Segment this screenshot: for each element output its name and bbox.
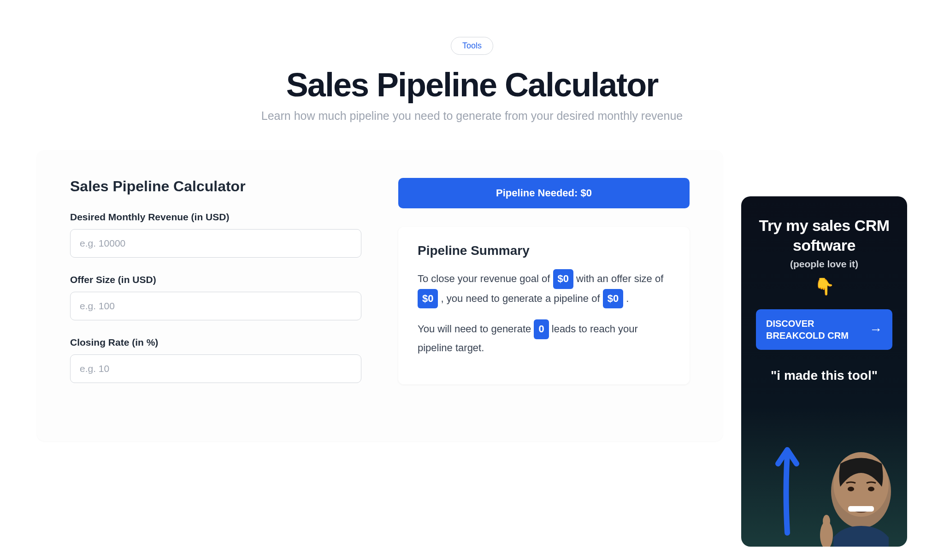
discover-button-label: DISCOVER BREAKCOLD CRM: [766, 318, 869, 342]
person-photo: [820, 445, 903, 547]
revenue-label: Desired Monthly Revenue (in USD): [70, 212, 361, 223]
pipeline-needed-value: $0: [580, 187, 591, 199]
form-section: Sales Pipeline Calculator Desired Monthl…: [70, 178, 361, 400]
summary-card: Pipeline Summary To close your revenue g…: [398, 227, 690, 384]
summary-text-1: To close your revenue goal of $0 with an…: [418, 269, 670, 308]
svg-point-2: [848, 487, 854, 491]
summary-text-1-part2: with an offer size of: [573, 273, 663, 284]
svg-point-6: [823, 515, 830, 528]
up-arrow-icon: [769, 436, 806, 537]
tools-badge[interactable]: Tools: [451, 37, 493, 55]
closing-group: Closing Rate (in %): [70, 337, 361, 383]
summary-text-2: You will need to generate 0 leads to rea…: [418, 319, 670, 357]
discover-button[interactable]: DISCOVER BREAKCOLD CRM →: [756, 309, 892, 350]
pipeline-needed-label: Pipeline Needed:: [496, 187, 580, 199]
leads-highlight: 0: [534, 319, 549, 339]
closing-input[interactable]: [70, 354, 361, 383]
revenue-group: Desired Monthly Revenue (in USD): [70, 212, 361, 258]
revenue-input[interactable]: [70, 229, 361, 258]
revenue-highlight: $0: [553, 269, 573, 289]
svg-point-3: [868, 487, 874, 491]
offer-group: Offer Size (in USD): [70, 274, 361, 320]
summary-text-2-part1: You will need to generate: [418, 323, 534, 335]
offer-highlight: $0: [418, 289, 438, 309]
calculator-card: Sales Pipeline Calculator Desired Monthl…: [37, 150, 723, 441]
quote-text: "i made this tool": [756, 368, 892, 383]
sidebar-title: Try my sales CRM software: [756, 216, 892, 255]
pointing-down-icon: 👇: [756, 277, 892, 296]
pipeline-needed-banner: Pipeline Needed: $0: [398, 178, 690, 208]
offer-label: Offer Size (in USD): [70, 274, 361, 285]
summary-text-1-part1: To close your revenue goal of: [418, 273, 553, 284]
sidebar-subtitle: (people love it): [756, 259, 892, 270]
results-section: Pipeline Needed: $0 Pipeline Summary To …: [398, 178, 690, 400]
page-title: Sales Pipeline Calculator: [0, 66, 944, 104]
form-title: Sales Pipeline Calculator: [70, 178, 361, 195]
summary-text-1-part4: .: [623, 293, 629, 304]
arrow-right-icon: →: [869, 321, 882, 338]
summary-text-1-part3: , you need to generate a pipeline of: [438, 293, 602, 304]
sidebar-promo: Try my sales CRM software (people love i…: [741, 196, 907, 547]
page-subtitle: Learn how much pipeline you need to gene…: [0, 109, 944, 123]
closing-label: Closing Rate (in %): [70, 337, 361, 348]
offer-input[interactable]: [70, 292, 361, 320]
summary-title: Pipeline Summary: [418, 243, 670, 258]
svg-rect-4: [848, 506, 874, 512]
pipeline-highlight: $0: [603, 289, 623, 309]
